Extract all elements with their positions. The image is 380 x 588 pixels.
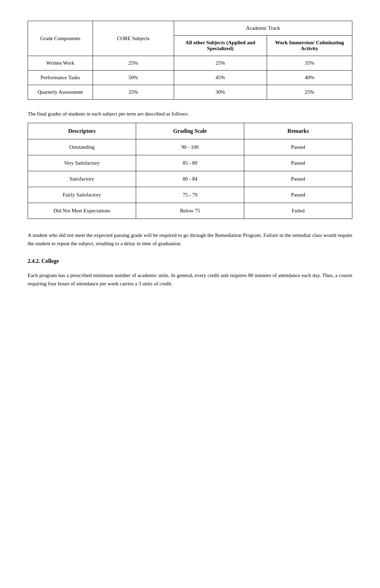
table-row: Fairly Satisfactory 75 - 79 Passed [28,187,352,203]
fairly-satisfactory-scale: 75 - 79 [136,187,244,203]
performance-tasks-label: Performance Tasks [28,71,93,85]
performance-tasks-allother: 45% [174,71,267,85]
all-other-subjects-header: All other Subjects (Applied and Speciali… [174,36,267,56]
written-work-immersion: 35% [267,56,352,71]
grading-scale-table: Descriptors Grading Scale Remarks Outsta… [28,123,352,219]
did-not-meet-remarks: Failed [244,203,352,219]
fairly-satisfactory-remarks: Passed [244,187,352,203]
satisfactory-remarks: Passed [244,171,352,187]
college-paragraph: Each program has a prescribed minimum nu… [28,271,352,288]
quarterly-assessment-core: 25% [93,85,174,100]
table-row: Did Not Meet Expectations Below 75 Faile… [28,203,352,219]
very-satisfactory-remarks: Passed [244,155,352,171]
outstanding-scale: 90 - 100 [136,139,244,155]
outstanding-descriptor: Outstanding [28,139,136,155]
performance-tasks-immersion: 40% [267,71,352,85]
quarterly-assessment-immersion: 25% [267,85,352,100]
grading-scale-header: Grading Scale [136,123,244,139]
satisfactory-scale: 80 - 84 [136,171,244,187]
table-row: Quarterly Assessment 25% 30% 25% [28,85,352,100]
remarks-header: Remarks [244,123,352,139]
table-row: Written Work 25% 25% 35% [28,56,352,71]
outstanding-remarks: Passed [244,139,352,155]
written-work-allother: 25% [174,56,267,71]
table-row: Very Satisfactory 85 - 89 Passed [28,155,352,171]
very-satisfactory-scale: 85 - 89 [136,155,244,171]
remediation-paragraph: A student who did not meet the expected … [28,231,352,248]
table-row: Satisfactory 80 - 84 Passed [28,171,352,187]
work-immersion-header: Work Immersion/ Culminating Activity [267,36,352,56]
written-work-label: Written Work [28,56,93,71]
descriptors-header: Descriptors [28,123,136,139]
grade-components-table: Grade Components CORE Subjects Academic … [28,21,352,100]
academic-track-header: Academic Track [174,21,352,36]
college-section-heading: 2.4.2. College [28,258,352,264]
grading-scale-description: The final grades of students in each sub… [28,110,352,118]
quarterly-assessment-label: Quarterly Assessment [28,85,93,100]
very-satisfactory-descriptor: Very Satisfactory [28,155,136,171]
core-subjects-header: CORE Subjects [93,21,174,56]
page-content: Grade Components CORE Subjects Academic … [28,21,352,288]
satisfactory-descriptor: Satisfactory [28,171,136,187]
written-work-core: 25% [93,56,174,71]
grade-components-header: Grade Components [28,21,93,56]
quarterly-assessment-allother: 30% [174,85,267,100]
fairly-satisfactory-descriptor: Fairly Satisfactory [28,187,136,203]
performance-tasks-core: 50% [93,71,174,85]
table-row: Performance Tasks 50% 45% 40% [28,71,352,85]
did-not-meet-descriptor: Did Not Meet Expectations [28,203,136,219]
did-not-meet-scale: Below 75 [136,203,244,219]
table-row: Outstanding 90 - 100 Passed [28,139,352,155]
